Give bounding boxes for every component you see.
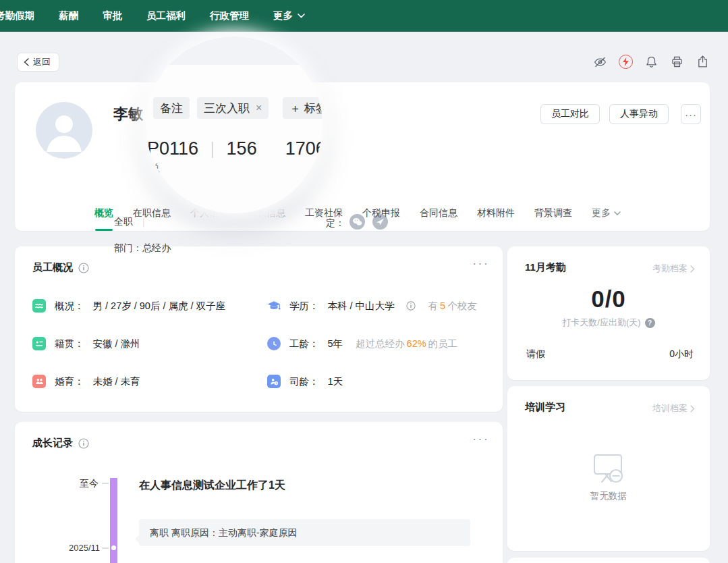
add-tag-label: ＋ 标签 — [289, 101, 323, 116]
training-card-title: 培训学习 — [525, 401, 565, 414]
nav-item-benefits[interactable]: 员工福利 — [146, 9, 186, 22]
leave-value: 0小时 — [669, 348, 694, 360]
phone-suffix: 1706 — [285, 138, 323, 159]
header-more-button[interactable]: ··· — [681, 104, 701, 124]
tab-more[interactable]: 更多 — [592, 207, 621, 219]
cell-label: 婚育： — [55, 375, 84, 388]
cell-value: 1天 — [328, 375, 343, 388]
tab-contract-info[interactable]: 合同信息 — [420, 196, 457, 231]
attendance-archive-link[interactable]: 考勤档案 — [652, 263, 695, 275]
leave-label: 请假 — [526, 348, 545, 360]
toolbar-icons — [593, 55, 710, 69]
employee-header-card: 李敏 全职 ｜ 定： 部门：总经办 员工对比 人事异动 ··· 概览 在职信息 … — [15, 82, 710, 231]
info-icon[interactable] — [78, 263, 89, 273]
overview-cell-profile: 概况： 男 / 27岁 / 90后 / 属虎 / 双子座 — [32, 299, 267, 313]
leave-row: 请假 0小时 — [526, 348, 694, 360]
cell-note: 有5个校友 — [428, 300, 477, 313]
chevron-left-icon — [24, 58, 29, 66]
couple-icon — [32, 375, 46, 388]
empty-state-monitor-icon — [507, 451, 710, 485]
remark-tag[interactable]: 备注 — [153, 97, 190, 119]
top-navigation: 考勤假期 薪酬 审批 员工福利 行政管理 更多 — [0, 0, 728, 32]
overview-cell-tenure: 工龄： 5年 超过总经办62%的员工 — [267, 337, 489, 350]
print-icon[interactable] — [670, 55, 684, 69]
nav-item-admin[interactable]: 行政管理 — [210, 9, 249, 22]
cell-value: 5年 — [328, 338, 343, 350]
cell-label: 概况： — [55, 300, 84, 313]
tab-tax-filing[interactable]: 个税申报 — [362, 196, 400, 231]
attendance-card-title: 11月考勤 — [525, 261, 566, 274]
rehire-tag[interactable]: 三次入职 × — [197, 97, 269, 119]
person-clock-icon — [267, 375, 281, 388]
training-archive-link[interactable]: 培训档案 — [652, 402, 695, 414]
overview-cell-marriage: 婚育： 未婚 / 未育 — [32, 375, 267, 388]
cell-label: 学历： — [289, 300, 319, 313]
chevron-right-icon — [690, 265, 695, 273]
attendance-ratio-value: 0/0 — [507, 286, 710, 313]
timeline-dot — [111, 545, 116, 550]
tab-attachments[interactable]: 材料附件 — [477, 196, 515, 231]
training-link-label: 培训档案 — [652, 402, 688, 414]
remove-tag-icon[interactable]: × — [256, 102, 262, 114]
attendance-caption-text: 打卡天数/应出勤(天) — [562, 317, 640, 329]
growth-record-card: 成长记录 ··· 至今 2025/11 在人事信息测试企业工作了1天 离职 离职… — [15, 422, 503, 563]
timeline-now-label: 至今 — [61, 478, 99, 490]
profile-tabbar: 概览 在职信息 个人信息 成长信息 工资社保 个税申报 合同信息 材料附件 背景… — [15, 196, 710, 231]
employee-name: 李敏 — [113, 104, 143, 124]
overview-card-title: 员工概况 — [32, 261, 89, 274]
hide-eye-icon[interactable] — [593, 55, 607, 69]
tab-salary-social[interactable]: 工资社保 — [305, 196, 343, 231]
training-card: 培训学习 培训档案 暂无数据 — [507, 386, 710, 551]
growth-title-text: 成长记录 — [32, 437, 73, 450]
nav-item-salary[interactable]: 薪酬 — [59, 9, 78, 22]
share-export-icon[interactable] — [696, 55, 710, 69]
nav-item-more[interactable]: 更多 — [273, 9, 305, 22]
note-pre: 超过总经办 — [356, 338, 405, 349]
back-label: 返回 — [33, 56, 51, 68]
note-pre: 有 — [428, 300, 439, 311]
employee-compare-button[interactable]: 员工对比 — [540, 104, 600, 124]
attendance-link-label: 考勤档案 — [652, 263, 688, 275]
tab-background-check[interactable]: 背景调查 — [534, 196, 572, 231]
energy-alert-icon[interactable] — [619, 55, 633, 69]
employee-overview-card: 员工概况 ··· 概况： 男 / 27岁 / 90后 / 属虎 / 双子座 学历… — [15, 246, 503, 412]
growth-more-button[interactable]: ··· — [472, 431, 489, 446]
empty-state-text: 暂无数据 — [507, 490, 710, 502]
attendance-caption: 打卡天数/应出勤(天) ? — [507, 317, 710, 329]
overview-cell-company-age: 司龄： 1天 — [267, 375, 489, 388]
add-tag-button[interactable]: ＋ 标签 — [283, 97, 323, 119]
cell-value: 安徽 / 滁州 — [93, 338, 140, 350]
tab-more-label: 更多 — [592, 207, 611, 219]
header-actions: 员工对比 人事异动 — [540, 104, 669, 124]
tab-overview[interactable]: 概览 — [94, 196, 113, 231]
overview-cell-hometown: 籍贯： 安徽 / 滁州 — [32, 337, 267, 350]
lens-background-strip — [146, 36, 323, 65]
cell-note: 超过总经办62%的员工 — [356, 338, 457, 350]
timeline-tick — [102, 547, 109, 549]
note-highlight: 5 — [440, 300, 445, 311]
divider: ｜ — [204, 138, 221, 159]
notification-bell-icon[interactable] — [644, 55, 659, 69]
nav-item-attendance-leave[interactable]: 考勤假期 — [0, 9, 34, 22]
avatar[interactable] — [36, 102, 92, 159]
nav-more-label: 更多 — [273, 9, 293, 22]
overview-grid: 概况： 男 / 27岁 / 90后 / 属虎 / 双子座 学历： 本科 / 中山… — [32, 299, 489, 388]
overview-more-button[interactable]: ··· — [472, 256, 489, 271]
cell-label: 司龄： — [289, 375, 319, 388]
info-icon[interactable] — [406, 301, 416, 311]
chevron-right-icon — [690, 405, 695, 412]
nav-item-approval[interactable]: 审批 — [103, 9, 122, 22]
remark-tag-label: 备注 — [160, 101, 183, 116]
help-question-icon[interactable]: ? — [645, 318, 655, 328]
overview-title-text: 员工概况 — [32, 261, 73, 274]
overview-cell-education: 学历： 本科 / 中山大学 有5个校友 — [267, 299, 489, 313]
cell-label: 籍贯： — [55, 338, 84, 350]
back-button[interactable]: 返回 — [17, 53, 59, 72]
info-icon[interactable] — [78, 438, 89, 449]
department-row: 部门：总经办 — [114, 242, 171, 254]
growth-event-bubble[interactable]: 离职 离职原因：主动离职-家庭原因 — [139, 519, 470, 546]
chevron-down-icon — [614, 211, 621, 215]
personnel-change-button[interactable]: 人事异动 — [609, 104, 669, 124]
cell-value: 本科 / 中山大学 — [328, 300, 395, 313]
tab-employment-info[interactable]: 在职信息 — [133, 196, 171, 231]
